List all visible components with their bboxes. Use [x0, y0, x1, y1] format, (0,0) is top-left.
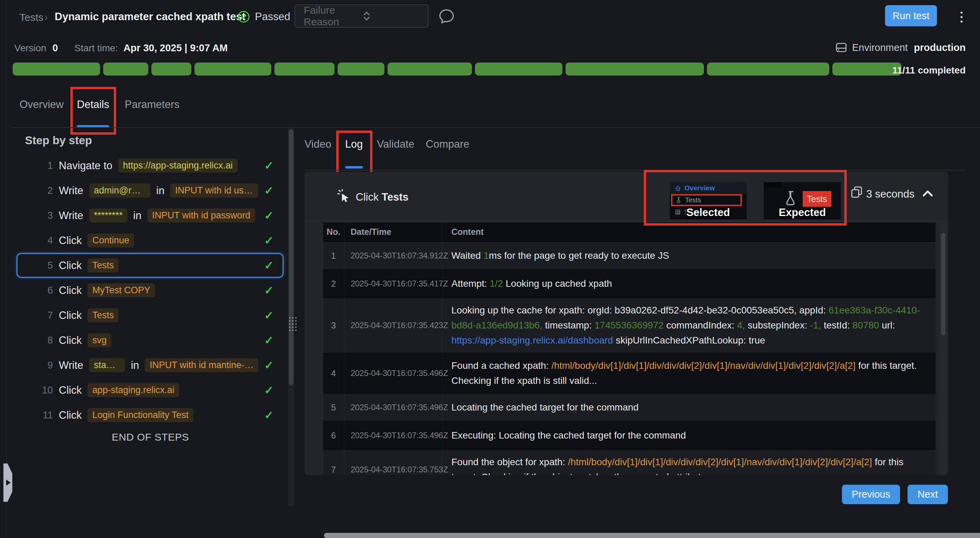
step-row-9[interactable]: 9WritestaginginINPUT with id mantine-17z…	[16, 353, 283, 378]
progress-segment-6[interactable]	[337, 62, 384, 76]
log-cell-datetime: 2025-04-30T16:07:35.423Z	[344, 298, 442, 353]
tab-compare[interactable]: Compare	[426, 138, 469, 169]
log-content-text: Found a cached xpath: /html/body/div[1]/…	[452, 358, 925, 388]
step-target-badge: MyTest COPY	[88, 283, 155, 298]
step-action: Click	[59, 409, 82, 422]
step-action: Write	[59, 210, 83, 222]
progress-segment-2[interactable]	[103, 62, 148, 76]
chevron-up-icon[interactable]	[921, 189, 934, 198]
next-button[interactable]: Next	[908, 485, 948, 504]
run-test-button[interactable]: Run test	[885, 5, 937, 26]
command-action: Click	[356, 191, 379, 203]
log-table: No. Date/Time Content 12025-04-30T16:07:…	[323, 223, 935, 475]
failure-reason-select[interactable]: Failure Reason	[294, 5, 428, 28]
progress-segment-1[interactable]	[13, 62, 100, 76]
check-icon: ✓	[264, 334, 274, 347]
previous-button[interactable]: Previous	[842, 485, 900, 504]
step-row-2[interactable]: 2Writeadmin@relicx.aiinINPUT with id use…	[16, 178, 283, 203]
top-bar: Tests › Dynamic parameter cached xpath t…	[0, 0, 980, 34]
progress-segment-4[interactable]	[194, 62, 271, 76]
flask-icon	[676, 197, 682, 204]
step-row-10[interactable]: 10Clickapp-staging.relicx.ai✓	[16, 378, 283, 403]
step-row-7[interactable]: 7ClickTests✓	[16, 303, 283, 328]
horizontal-scrollbar-thumb[interactable]	[324, 533, 980, 538]
check-icon: ✓	[264, 284, 274, 297]
log-card-header: Click Tests 3 seconds	[304, 172, 948, 221]
log-cell-no: 5	[323, 394, 344, 421]
passed-check-icon	[237, 10, 250, 23]
step-row-4[interactable]: 4ClickContinue✓	[16, 228, 283, 253]
sidebar-expand-handle[interactable]	[3, 463, 12, 502]
tab-overview[interactable]: Overview	[19, 99, 64, 111]
step-row-6[interactable]: 6ClickMyTest COPY✓	[16, 278, 283, 303]
log-row-3: 32025-04-30T16:07:35.423ZLooking up the …	[323, 298, 935, 353]
log-text-segment: Attempt:	[452, 278, 490, 289]
log-content-text: Locating the cached target for the comma…	[452, 400, 925, 415]
expected-screenshot-thumbnail[interactable]: Tests Expected	[764, 182, 841, 220]
step-action: Navigate to	[59, 160, 113, 172]
log-scrollbar-track[interactable]	[939, 223, 948, 475]
log-text-segment: Waited	[452, 250, 484, 261]
step-row-11[interactable]: 11ClickLogin Functionality Test✓	[16, 403, 283, 428]
step-target-badge: INPUT with id password	[147, 209, 255, 223]
panel-scrollbar-thumb[interactable]	[289, 129, 294, 385]
progress-completed-label: 11/11 completed	[892, 65, 966, 76]
version-label: Version	[14, 43, 46, 54]
failure-reason-placeholder: Failure Reason	[304, 5, 362, 28]
step-value-badge: staging	[89, 358, 125, 372]
environment-icon	[835, 42, 848, 53]
step-action: Write	[59, 185, 83, 197]
log-text-segment: 80780	[853, 320, 879, 331]
progress-segment-11[interactable]	[832, 62, 901, 76]
log-row-1: 12025-04-30T16:07:34.912ZWaited 1ms for …	[323, 241, 935, 269]
step-connector: in	[156, 185, 164, 197]
app-root: Tests › Dynamic parameter cached xpath t…	[0, 0, 980, 538]
step-number: 10	[38, 385, 53, 396]
log-tabs-divider	[304, 170, 966, 170]
log-row-6: 62025-04-30T16:07:35.496ZExecuting: Loca…	[323, 421, 935, 449]
progress-segment-7[interactable]	[388, 62, 472, 76]
selected-label: Selected	[670, 207, 747, 219]
step-row-5[interactable]: 5ClickTests✓	[16, 253, 283, 278]
check-icon: ✓	[264, 184, 274, 197]
log-text-segment: 1745536369972	[595, 320, 663, 331]
step-action: Click	[59, 284, 82, 297]
expected-thumb-notch	[764, 182, 782, 188]
step-row-3[interactable]: 3Write********inINPUT with id password✓	[16, 203, 283, 228]
progress-segment-5[interactable]	[274, 62, 334, 76]
copy-icon[interactable]	[850, 186, 864, 199]
panel-resizer[interactable]	[288, 128, 294, 506]
step-row-8[interactable]: 8Clicksvg✓	[16, 328, 283, 353]
step-row-1[interactable]: 1Navigate tohttps://app-staging.relicx.a…	[16, 153, 283, 178]
log-scrollbar-thumb[interactable]	[941, 233, 945, 335]
environment-value: production	[914, 42, 966, 53]
log-text-segment: testId:	[821, 320, 853, 331]
log-text-segment: 1	[484, 250, 489, 261]
log-cell-datetime: 2025-04-30T16:07:35.753Z	[344, 450, 442, 475]
log-cell-datetime: 2025-04-30T16:07:34.912Z	[344, 242, 442, 269]
progress-segment-9[interactable]	[565, 62, 704, 76]
log-cell-no: 4	[323, 353, 344, 393]
selected-screenshot-thumbnail[interactable]: OverviewTestsSuites Selected	[670, 182, 747, 220]
tab-video[interactable]: Video	[304, 138, 331, 169]
progress-segment-8[interactable]	[475, 62, 562, 76]
log-cell-content: Looking up the cache for xpath: orgId: b…	[442, 298, 935, 353]
log-text-segment: commandIndex:	[663, 320, 737, 331]
more-options-kebab-icon[interactable]	[955, 9, 968, 25]
tab-validate[interactable]: Validate	[377, 138, 415, 169]
log-cell-datetime: 2025-04-30T16:07:35.496Z	[344, 422, 442, 449]
log-content-text: Attempt: 1/2 Looking up cached xpath	[452, 276, 925, 291]
log-text-segment: ms for the page to get ready to execute …	[488, 250, 669, 261]
step-number: 3	[38, 210, 53, 221]
progress-segment-3[interactable]	[151, 62, 191, 76]
click-cursor-icon	[337, 189, 351, 204]
step-action: Click	[59, 384, 82, 396]
breadcrumb[interactable]: Tests	[19, 12, 43, 23]
command-target: Tests	[382, 191, 409, 203]
comment-icon[interactable]	[438, 8, 455, 24]
expected-label: Expected	[764, 207, 841, 219]
log-text-segment: Found the object for xpath:	[452, 457, 568, 467]
tab-parameters[interactable]: Parameters	[125, 99, 180, 111]
log-text-segment: Locating the cached target for the comma…	[452, 402, 639, 412]
progress-segment-10[interactable]	[707, 62, 829, 76]
